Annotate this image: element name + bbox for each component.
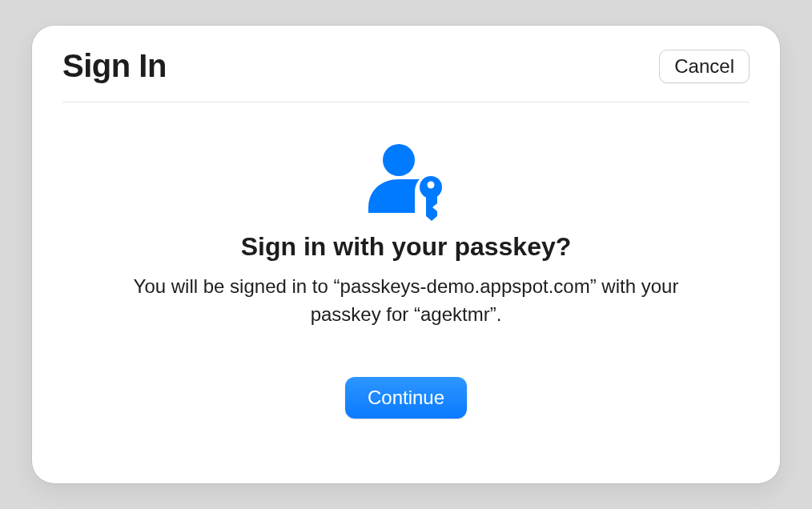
prompt-description: You will be signed in to “passkeys-demo.…	[102, 273, 710, 329]
continue-button[interactable]: Continue	[345, 377, 467, 419]
passkey-person-key-icon	[362, 142, 450, 222]
cancel-button[interactable]: Cancel	[659, 50, 750, 83]
sign-in-dialog: Sign In Cancel Sign in with your passkey…	[32, 26, 780, 483]
dialog-title: Sign In	[62, 48, 167, 84]
dialog-header: Sign In Cancel	[32, 26, 780, 102]
dialog-body: Sign in with your passkey? You will be s…	[32, 102, 780, 483]
svg-point-0	[383, 144, 415, 176]
svg-point-2	[428, 182, 435, 189]
prompt-title: Sign in with your passkey?	[241, 232, 572, 262]
